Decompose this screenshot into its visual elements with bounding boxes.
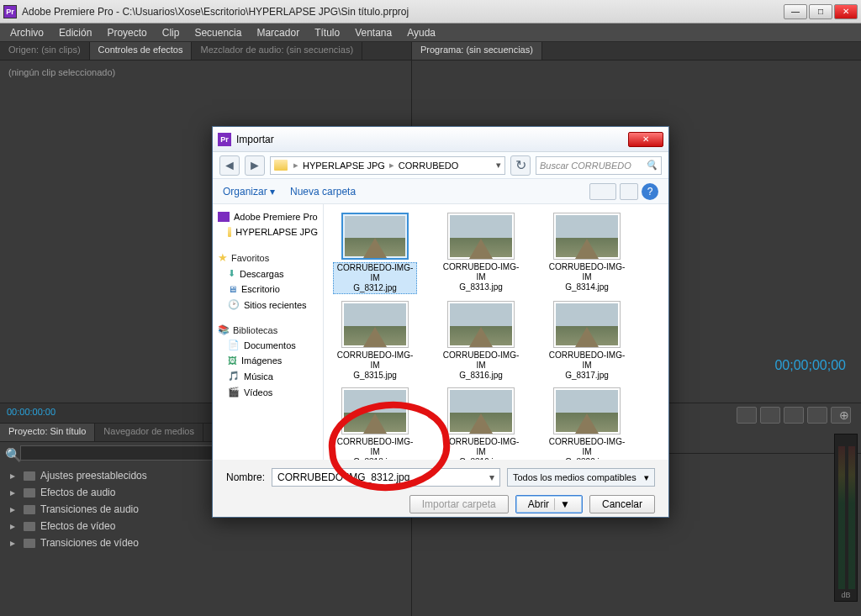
tab-controles-efectos[interactable]: Controles de efectos [90,42,193,60]
tab-mezclador-audio[interactable]: Mezclador de audio: (sin secuencias) [192,42,362,60]
breadcrumb-segment[interactable]: HYPERLAPSE JPG [303,161,385,171]
tree-item[interactable]: HYPERLAPSE JPG [216,224,320,240]
menu-ventana[interactable]: Ventana [348,25,399,40]
dialog-close-button[interactable]: ✕ [628,132,663,147]
filename-input[interactable]: CORRUBEDO-IMG_8312.jpg▾ [272,468,500,487]
audio-meter: dB [834,434,858,602]
tool-button[interactable] [784,407,804,424]
maximize-button[interactable]: □ [809,4,832,19]
plus-icon[interactable]: ⊕ [839,408,849,422]
close-button[interactable]: ✕ [834,4,858,19]
no-clip-label: (ningún clip seleccionado) [0,61,411,84]
new-folder-button[interactable]: Nueva carpeta [290,186,356,197]
tab-origen[interactable]: Origen: (sin clips) [0,42,90,60]
refresh-button[interactable]: ↻ [510,155,531,176]
file-thumbnail[interactable]: CORRUBEDO-IMG-IMG_8313.jpg [436,213,526,294]
tab-navegador-medios[interactable]: Navegador de medios [95,424,203,441]
help-button[interactable]: ? [642,183,658,200]
menu-titulo[interactable]: Título [308,25,346,40]
breadcrumb-segment[interactable]: CORRUBEDO [399,161,459,171]
menu-ayuda[interactable]: Ayuda [400,25,442,40]
tree-item[interactable]: 🕑Sitios recientes [216,297,320,313]
db-label: dB [835,591,857,599]
tool-button[interactable] [807,407,827,424]
menu-proyecto[interactable]: Proyecto [100,25,153,40]
window-title: Adobe Premiere Pro - C:\Usuarios\Xose\Es… [22,6,784,18]
file-thumbnail[interactable]: CORRUBEDO-IMG-IMG_8315.jpg [330,301,420,381]
file-filter-dropdown[interactable]: Todos los medios compatibles▾ [507,468,655,487]
open-button[interactable]: Abrir▼ [515,495,583,513]
tree-item[interactable]: 🎵Música [216,368,320,384]
source-panel-tabs: Origen: (sin clips) Controles de efectos… [0,42,411,61]
menu-secuencia[interactable]: Secuencia [188,25,248,40]
tree-item[interactable]: 🖥Escritorio [216,282,320,297]
view-toggle-button[interactable] [620,183,638,200]
menu-archivo[interactable]: Archivo [3,25,50,40]
file-thumbnail[interactable]: CORRUBEDO-IMG-IMG_8319.jpg [436,387,526,460]
menu-bar: Archivo Edición Proyecto Clip Secuencia … [0,24,861,42]
tab-programa[interactable]: Programa: (sin secuencias) [412,42,542,60]
tree-item[interactable]: 🖼Imágenes [216,353,320,368]
minimize-button[interactable]: — [784,4,807,19]
effects-item[interactable]: ▸Efectos de vídeo [7,518,404,534]
nav-forward-button[interactable]: ► [245,155,265,176]
tree-item[interactable]: 📄Documentos [216,337,320,353]
file-thumbnail[interactable]: CORRUBEDO-IMG-IMG_8314.jpg [542,213,631,294]
file-thumbnail[interactable]: CORRUBEDO-IMG-IMG_8312.jpg [330,213,420,294]
import-folder-button[interactable]: Importar carpeta [409,495,509,513]
timeline-tools [737,407,851,424]
dialog-title: Importar [236,134,628,145]
folder-icon [274,160,288,171]
import-dialog: Pr Importar ✕ ◄ ► ▸ HYPERLAPSE JPG ▸ COR… [212,126,669,518]
window-titlebar: Pr Adobe Premiere Pro - C:\Usuarios\Xose… [0,0,861,24]
menu-edicion[interactable]: Edición [52,25,98,40]
effects-item[interactable]: ▸Transiciones de vídeo [7,534,404,551]
organize-button[interactable]: Organizar ▾ [223,186,275,197]
file-thumbnail[interactable]: CORRUBEDO-IMG-IMG_8320.jpg [542,387,631,460]
tool-button[interactable] [737,407,757,424]
file-thumbnail[interactable]: CORRUBEDO-IMG-IMG_8317.jpg [542,301,631,381]
view-mode-button[interactable] [589,183,616,200]
tree-heading-favoritos[interactable]: ★Favoritos [216,248,320,266]
dialog-search-input[interactable]: Buscar CORRUBEDO 🔍 [536,156,662,175]
folder-tree: Adobe Premiere Pro HYPERLAPSE JPG ★Favor… [213,204,324,460]
nav-back-button[interactable]: ◄ [219,155,240,176]
breadcrumb[interactable]: ▸ HYPERLAPSE JPG ▸ CORRUBEDO ▾ [270,156,505,175]
tree-heading-bibliotecas[interactable]: 📚Bibliotecas [216,321,320,337]
app-icon: Pr [3,5,17,18]
file-grid: CORRUBEDO-IMG-IMG_8312.jpgCORRUBEDO-IMG-… [324,204,668,460]
search-icon: 🔍 [5,447,17,459]
dialog-icon: Pr [218,133,231,146]
menu-clip[interactable]: Clip [156,25,187,40]
tree-item[interactable]: ⬇Descargas [216,266,320,282]
name-label: Nombre: [226,471,265,483]
timecode-right: 00;00;00;00 [774,358,846,373]
cancel-button[interactable]: Cancelar [589,495,655,513]
file-thumbnail[interactable]: CORRUBEDO-IMG-IMG_8318.jpg [330,387,420,460]
file-thumbnail[interactable]: CORRUBEDO-IMG-IMG_8316.jpg [436,301,526,381]
search-icon: 🔍 [646,160,658,171]
tab-proyecto[interactable]: Proyecto: Sin título [0,424,95,441]
tool-button[interactable] [760,407,780,424]
tree-item[interactable]: Adobe Premiere Pro [216,209,320,224]
tree-item[interactable]: 🎬Vídeos [216,384,320,400]
menu-marcador[interactable]: Marcador [250,25,306,40]
